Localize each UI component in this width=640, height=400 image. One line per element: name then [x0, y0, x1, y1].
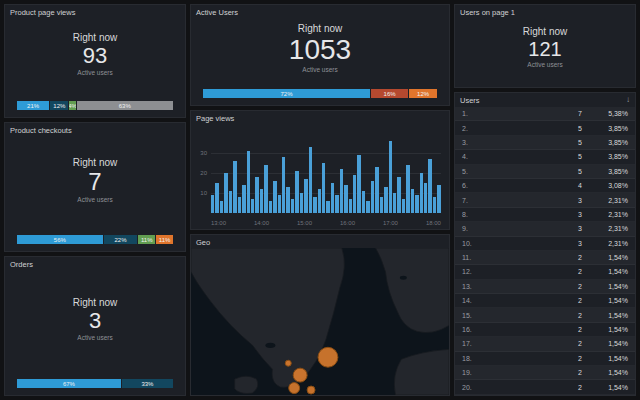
chart-bar — [229, 191, 232, 213]
row-index: 17. — [462, 340, 480, 347]
row-index: 3. — [462, 139, 480, 146]
geo-map — [191, 248, 449, 395]
chart-bar — [300, 193, 303, 213]
chart-bar — [273, 181, 276, 213]
chart-bar — [242, 185, 245, 213]
row-count: 4 — [554, 182, 582, 189]
table-row[interactable]: 17.21,54% — [455, 337, 635, 351]
x-tick-label: 18:00 — [426, 220, 441, 226]
row-percent: 2,31% — [582, 240, 628, 247]
row-count: 3 — [554, 197, 582, 204]
row-count: 3 — [554, 225, 582, 232]
right-now-label: Right now — [73, 157, 117, 168]
table-row[interactable]: 15.21,54% — [455, 308, 635, 322]
chart-bar — [215, 183, 218, 213]
row-percent: 1,54% — [582, 297, 628, 304]
chart-bar — [393, 193, 396, 213]
stacked-bar: 72%16%12% — [203, 89, 437, 98]
stat-sublabel: Active users — [527, 61, 562, 68]
row-percent: 1,54% — [582, 312, 628, 319]
bar-segment-label: 63% — [119, 103, 131, 109]
bar-segment-label: 12% — [53, 103, 65, 109]
chart-bar — [331, 183, 334, 213]
panel-title[interactable]: Geo — [191, 235, 449, 249]
stat-sublabel: Active users — [77, 334, 112, 341]
panel-title[interactable]: Page views — [191, 111, 449, 125]
row-percent: 3,85% — [582, 125, 628, 132]
y-tick-label: 10 — [200, 190, 207, 196]
chart-bar — [286, 187, 289, 213]
chart-bar — [397, 177, 400, 213]
row-index: 18. — [462, 355, 480, 362]
chart-bar — [309, 147, 312, 213]
table-row[interactable]: 16.21,54% — [455, 323, 635, 337]
chart-bar — [340, 169, 343, 213]
table-row[interactable]: 19.21,54% — [455, 366, 635, 380]
bar-segment-label: 22% — [115, 237, 127, 243]
chart-bar — [291, 199, 294, 213]
arrow-down-icon[interactable]: ↓ — [626, 96, 630, 104]
table-row[interactable]: 11.21,54% — [455, 251, 635, 265]
table-row[interactable]: 5.53,85% — [455, 165, 635, 179]
row-count: 5 — [554, 125, 582, 132]
bar-segment: 56% — [17, 235, 103, 244]
right-now-label: Right now — [73, 32, 117, 43]
table-row[interactable]: 10.32,31% — [455, 237, 635, 251]
table-row[interactable]: 1.75,38% — [455, 107, 635, 121]
table-row[interactable]: 12.21,54% — [455, 265, 635, 279]
panel-product-page-views: Product page views Right now 93 Active u… — [4, 4, 186, 118]
row-count: 2 — [554, 268, 582, 275]
bar-segment-label: 56% — [54, 237, 66, 243]
table-row[interactable]: 9.32,31% — [455, 222, 635, 236]
bar-segment: 63% — [77, 101, 173, 110]
row-index: 13. — [462, 283, 480, 290]
stacked-bar: 21%12%4%63% — [17, 101, 173, 110]
chart-bar — [220, 201, 223, 213]
row-count: 2 — [554, 297, 582, 304]
row-count: 3 — [554, 240, 582, 247]
users-table-body: 1.75,38%2.53,85%3.53,85%4.53,85%5.53,85%… — [455, 107, 635, 395]
table-row[interactable]: 6.43,08% — [455, 179, 635, 193]
stat-value: 1053 — [289, 35, 351, 66]
table-row[interactable]: 18.21,54% — [455, 352, 635, 366]
table-row[interactable]: 3.53,85% — [455, 136, 635, 150]
row-percent: 1,54% — [582, 254, 628, 261]
table-row[interactable]: 14.21,54% — [455, 294, 635, 308]
chart-bar — [335, 195, 338, 213]
chart-bar — [238, 197, 241, 213]
x-axis-labels: 13:0014:0015:0016:0017:0018:00 — [211, 220, 441, 226]
bar-segment: 22% — [104, 235, 138, 244]
row-count: 2 — [554, 283, 582, 290]
table-row[interactable]: 20.21,54% — [455, 380, 635, 394]
panel-title[interactable]: Users — [455, 93, 485, 107]
row-count: 2 — [554, 340, 582, 347]
table-row[interactable]: 13.21,54% — [455, 280, 635, 294]
geo-bubble — [289, 383, 300, 394]
bar-segment-label: 72% — [281, 91, 293, 97]
table-row[interactable]: 4.53,85% — [455, 150, 635, 164]
chart-bar — [357, 155, 360, 213]
x-tick-label: 17:00 — [383, 220, 398, 226]
row-index: 14. — [462, 297, 480, 304]
stat-value: 93 — [83, 44, 107, 68]
x-tick-label: 14:00 — [254, 220, 269, 226]
panel-users-table: Users ↓ 1.75,38%2.53,85%3.53,85%4.53,85%… — [454, 92, 636, 396]
table-row[interactable]: 8.32,31% — [455, 208, 635, 222]
row-percent: 1,54% — [582, 340, 628, 347]
chart-bar — [371, 181, 374, 213]
row-index: 7. — [462, 197, 480, 204]
x-tick-label: 16:00 — [340, 220, 355, 226]
table-row[interactable]: 2.53,85% — [455, 121, 635, 135]
x-tick-label: 13:00 — [211, 220, 226, 226]
right-now-label: Right now — [523, 26, 567, 37]
stacked-bar: 56%22%11%11% — [17, 235, 173, 244]
y-tick-label: 20 — [200, 170, 207, 176]
row-index: 10. — [462, 240, 480, 247]
chart-bar — [384, 187, 387, 213]
table-row[interactable]: 7.32,31% — [455, 193, 635, 207]
chart-bar — [282, 157, 285, 213]
chart-bar — [420, 173, 423, 213]
stat-sublabel: Active users — [77, 196, 112, 203]
row-index: 19. — [462, 369, 480, 376]
row-percent: 1,54% — [582, 384, 628, 391]
